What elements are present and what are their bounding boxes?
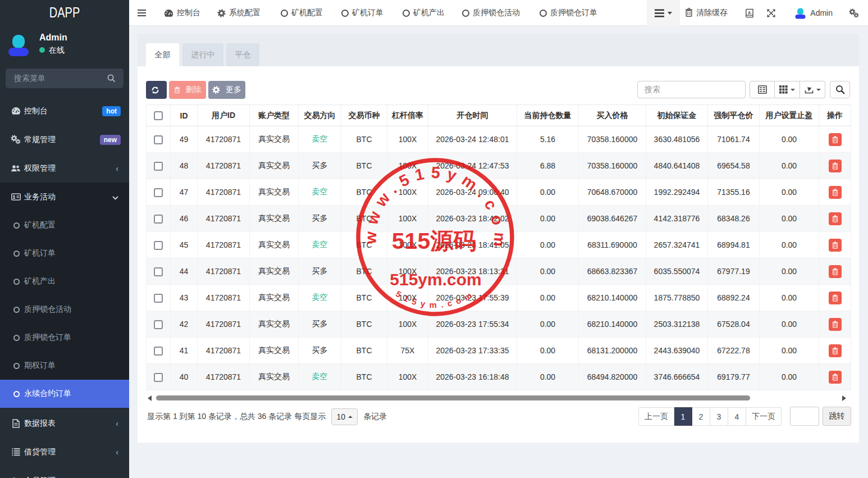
svg-text:A: A [748,10,751,15]
